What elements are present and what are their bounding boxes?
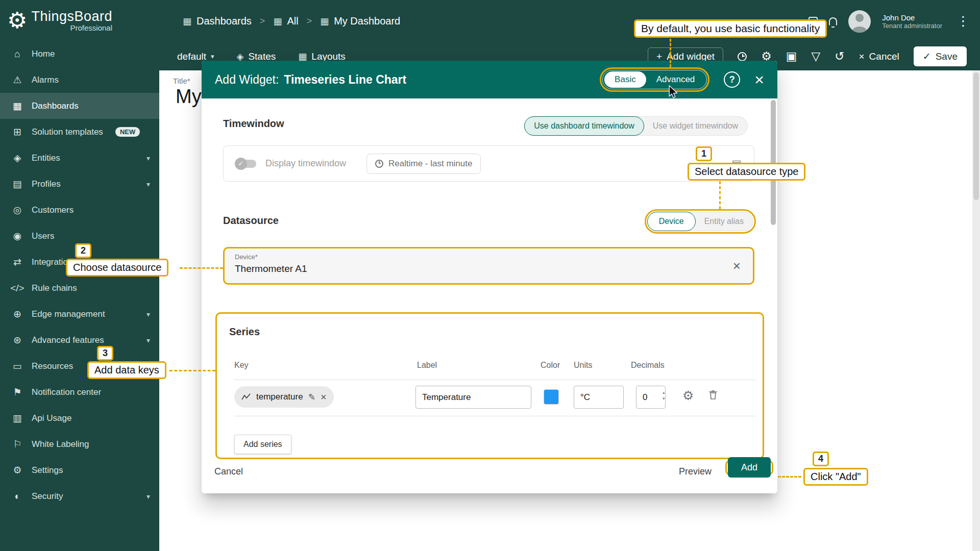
dialog-cancel-button[interactable]: Cancel [214, 466, 243, 477]
delete-series-trash-icon[interactable] [708, 389, 718, 400]
decimals-stepper[interactable]: ▴▾ [663, 390, 665, 402]
filters-icon[interactable]: ▽ [812, 49, 821, 63]
sidebar-item-home[interactable]: ⌂Home [0, 41, 159, 67]
brand-logo[interactable]: ⚙ ThingsBoard Professional [0, 0, 159, 41]
sidebar-item-customers[interactable]: ◎Customers [0, 197, 159, 223]
series-decimals-input[interactable] [636, 386, 666, 409]
app-root: ⚙ ThingsBoard Professional ⌂Home ⚠Alarms… [0, 0, 980, 551]
breadcrumb-separator: > [307, 16, 312, 27]
clock-icon [375, 160, 383, 168]
series-label-input[interactable] [415, 386, 531, 409]
sidebar-item-label: Entities [32, 153, 60, 163]
dashboard-title-field-value[interactable]: My [176, 86, 202, 108]
device-field-value[interactable]: Thermometer A1 [235, 263, 743, 274]
kebab-menu-icon[interactable]: ⋮ [953, 13, 973, 29]
breadcrumb-my-dashboard[interactable]: ▦My Dashboard [320, 15, 400, 27]
column-header-key: Key [234, 361, 249, 370]
callout-connector [778, 476, 801, 478]
sidebar-item-advanced-features[interactable]: ⊛Advanced features▾ [0, 327, 159, 353]
user-block[interactable]: John Doe Tenant administrator [882, 13, 942, 30]
sidebar-item-notification-center[interactable]: ⚑Notification center [0, 379, 159, 405]
sidebar-item-edge-management[interactable]: ⊕Edge management▾ [0, 301, 159, 327]
dashboards-icon: ▦ [10, 100, 24, 112]
caret-down-icon: ▾ [211, 53, 214, 60]
profiles-icon: ▤ [10, 178, 24, 190]
series-settings-gear-icon[interactable]: ⚙ [682, 388, 694, 403]
series-units-input[interactable] [574, 386, 624, 409]
sidebar-item-profiles[interactable]: ▤Profiles▾ [0, 171, 159, 197]
page-scrollbar[interactable] [972, 70, 980, 551]
edit-key-pencil-icon[interactable]: ✎ [308, 392, 315, 403]
sidebar-item-label: Settings [32, 465, 63, 475]
series-color-swatch[interactable] [544, 389, 559, 405]
home-icon: ⌂ [10, 48, 24, 60]
sidebar-item-settings[interactable]: ⚙Settings [0, 457, 159, 483]
close-dialog-icon[interactable]: × [754, 71, 764, 88]
timeseries-icon [241, 393, 251, 400]
chevron-down-icon: ▾ [146, 154, 150, 162]
callout-connector [670, 39, 671, 67]
sidebar-item-label: Dashboards [32, 101, 79, 111]
dashboards-icon: ▦ [183, 16, 191, 27]
advanced-tab[interactable]: Advanced [646, 74, 705, 85]
sidebar-item-label: Notification center [32, 387, 101, 397]
basic-tab[interactable]: Basic [604, 71, 646, 88]
page-scrollbar-thumb[interactable] [973, 72, 979, 200]
avatar[interactable] [848, 10, 871, 33]
dialog-preview-button[interactable]: Preview [679, 466, 712, 477]
callout-step4-text: Click "Add" [803, 468, 868, 486]
sidebar-item-alarms[interactable]: ⚠Alarms [0, 67, 159, 93]
sidebar-item-api-usage[interactable]: ▥Api Usage [0, 405, 159, 431]
display-timewindow-label: Display timewindow [265, 158, 346, 169]
sidebar-item-label: Api Usage [32, 413, 71, 423]
breadcrumb-separator: > [260, 16, 265, 27]
display-timewindow-toggle[interactable]: ✓ [236, 160, 256, 168]
use-dashboard-timewindow-option[interactable]: Use dashboard timewindow [524, 116, 644, 136]
timewindow-icon[interactable] [738, 52, 747, 61]
version-history-icon[interactable]: ↺ [835, 49, 844, 63]
solution-templates-icon: ⊞ [10, 126, 24, 138]
callout-basic-functionality: By default, you use basic functionality [634, 19, 827, 38]
sidebar-item-solution-templates[interactable]: ⊞Solution templatesNEW [0, 119, 159, 145]
rule-chains-icon: </> [10, 283, 24, 294]
series-section-highlight: Series Key Label Color Units Decimals te… [215, 312, 764, 459]
basic-advanced-toggle: Basic Advanced [602, 70, 707, 89]
breadcrumb-label: Dashboards [197, 15, 252, 27]
clear-device-icon[interactable]: × [733, 258, 741, 274]
stepper-up-icon[interactable]: ▴ [663, 390, 665, 396]
sidebar-item-rule-chains[interactable]: </>Rule chains [0, 275, 159, 301]
notification-icon: ⚑ [10, 386, 24, 398]
callout-step1-text: Select datasource type [688, 163, 805, 181]
timewindow-panel: ✓ Display timewindow Realtime - last min… [223, 145, 754, 182]
cancel-edit-button[interactable]: ×Cancel [859, 51, 899, 62]
realtime-timewindow-button[interactable]: Realtime - last minute [366, 154, 481, 174]
breadcrumb: ▦Dashboards > ▦All > ▦My Dashboard [159, 15, 400, 27]
mode-toggle-highlight: Basic Advanced [600, 67, 709, 92]
sidebar-item-white-labeling[interactable]: ⚐White Labeling [0, 431, 159, 457]
add-series-button[interactable]: Add series [234, 435, 291, 454]
breadcrumb-all[interactable]: ▦All [273, 15, 298, 27]
stepper-down-icon[interactable]: ▾ [663, 396, 665, 402]
remove-key-icon[interactable]: × [321, 391, 327, 403]
callout-step3-number: 3 [97, 346, 113, 361]
notifications-bell-icon[interactable] [829, 17, 837, 26]
entity-alias-option[interactable]: Entity alias [695, 217, 753, 226]
device-field-label: Device* [235, 253, 743, 261]
help-icon[interactable]: ? [724, 71, 740, 88]
sidebar-item-security[interactable]: ◐Security▾ [0, 483, 159, 509]
sidebar-item-entities[interactable]: ◈Entities▾ [0, 145, 159, 171]
user-role: Tenant administrator [882, 22, 942, 30]
dashboard-title-field-label: Title* [173, 77, 190, 85]
save-dashboard-button[interactable]: ✓Save [914, 46, 967, 66]
sidebar-item-label: Security [32, 491, 63, 502]
close-icon: × [859, 51, 865, 62]
api-usage-icon: ▥ [10, 412, 24, 424]
use-widget-timewindow-option[interactable]: Use widget timewindow [644, 117, 747, 135]
users-icon: ◉ [10, 230, 24, 242]
data-key-chip[interactable]: temperature ✎ × [234, 386, 334, 408]
sidebar-item-dashboards[interactable]: ▦Dashboards [0, 93, 159, 119]
dialog-add-button[interactable]: Add [728, 457, 771, 478]
entity-aliases-icon[interactable]: ▣ [786, 49, 797, 63]
breadcrumb-dashboards[interactable]: ▦Dashboards [183, 15, 252, 27]
device-option[interactable]: Device [647, 212, 696, 231]
